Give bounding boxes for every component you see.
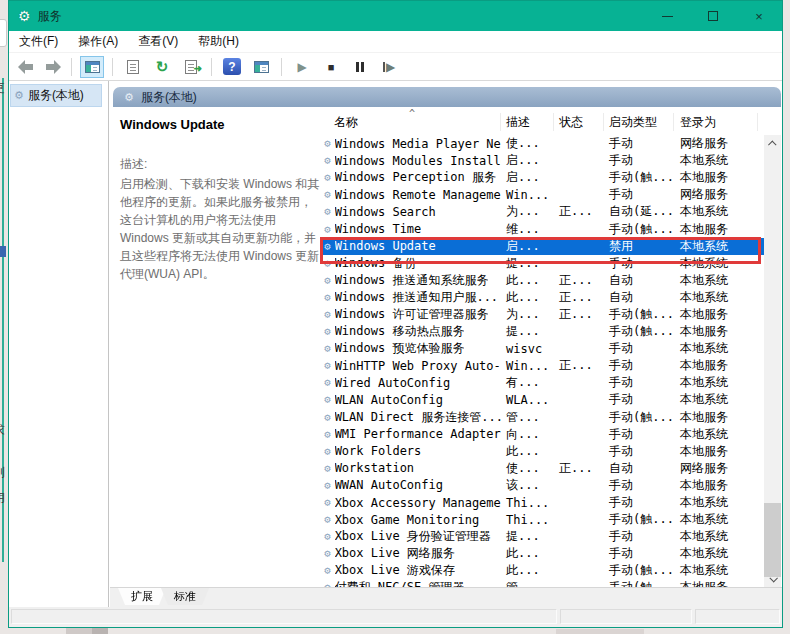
service-name: Xbox Game Monitoring [335, 513, 480, 527]
refresh-button[interactable]: ↻ [150, 56, 174, 78]
tab-standard[interactable]: 标准 [161, 588, 209, 605]
export-list-button[interactable]: ➜ [179, 56, 203, 78]
service-row[interactable]: ⚙ Windows 备份 提... 手动 本地系统 [321, 255, 764, 272]
service-gear-icon: ⚙ [324, 514, 331, 525]
service-startup-type: 手动 [604, 152, 674, 169]
column-header-startup-type[interactable]: 启动类型 [604, 113, 674, 131]
title-bar[interactable]: ⚙ 服务 × [9, 1, 782, 31]
service-row[interactable]: ⚙ WWAN AutoConfig 该... 手动 本地服务 [321, 477, 764, 494]
service-gear-icon: ⚙ [324, 172, 331, 183]
service-description: 启... [501, 152, 554, 169]
tree-item-services-local[interactable]: ⚙ 服务(本地) [10, 84, 102, 107]
service-description: 启... [501, 238, 554, 255]
show-console-tree-button[interactable] [80, 56, 104, 78]
extended-view-button[interactable] [249, 56, 273, 78]
service-row[interactable]: ⚙ Windows 许可证管理器服务 为... 正... 手动(触... 本地服… [321, 306, 764, 323]
maximize-button[interactable] [690, 1, 736, 31]
services-gear-icon: ⚙ [124, 92, 134, 103]
service-logon-as: 本地服务 [674, 306, 758, 323]
service-row[interactable]: ⚙ WMI Performance Adapter 向... 手动 本地系统 [321, 426, 764, 443]
forward-icon[interactable] [44, 61, 61, 73]
service-logon-as: 本地服务 [674, 169, 758, 186]
service-logon-as: 本地服务 [674, 221, 758, 238]
back-icon[interactable] [18, 61, 35, 73]
service-row[interactable]: ⚙ Work Folders 此... 手动 本地服务 [321, 443, 764, 460]
pane-header-band: ⚙ 服务(本地) [113, 87, 781, 107]
pause-service-icon [356, 62, 364, 72]
column-header-logon-as[interactable]: 登录为 [674, 113, 758, 131]
service-startup-type: 自动 [604, 289, 674, 306]
service-row[interactable]: ⚙ Windows Media Player Ne... 使... 手动 网络服… [321, 135, 764, 152]
extended-view-icon [254, 61, 269, 73]
menu-help[interactable]: 帮助(H) [198, 33, 239, 50]
toolbar-separator [112, 58, 113, 76]
service-gear-icon: ⚙ [324, 224, 331, 235]
service-row[interactable]: ⚙ WLAN Direct 服务连接管... 管... 手动(触... 本地服务 [321, 409, 764, 426]
service-name: Xbox Live 网络服务 [335, 545, 455, 562]
service-row[interactable]: ⚙ Xbox Live 游戏保存 此... 手动(触... 本地系统 [321, 562, 764, 579]
service-startup-type: 禁用 [604, 238, 674, 255]
close-button[interactable]: × [736, 1, 782, 31]
minimize-button[interactable] [644, 1, 690, 31]
vertical-scrollbar[interactable] [764, 135, 781, 587]
service-logon-as: 本地系统 [674, 203, 758, 220]
service-row[interactable]: ⚙ Windows Perception 服务 启... 手动(触... 本地服… [321, 169, 764, 186]
service-row[interactable]: ⚙ Workstation 使... 正... 自动 网络服务 [321, 460, 764, 477]
toolbar: ↻ ➜ ? ▶ ■ [9, 53, 782, 81]
service-startup-type: 手动 [604, 135, 674, 152]
services-gear-icon: ⚙ [18, 9, 31, 23]
column-header-description[interactable]: 描述 [501, 113, 554, 131]
column-header-status[interactable]: 状态 [554, 113, 604, 131]
service-description-panel: Windows Update 描述: 启用检测、下载和安装 Windows 和其… [120, 117, 320, 283]
menu-view[interactable]: 查看(V) [138, 33, 178, 50]
menu-file[interactable]: 文件(F) [19, 33, 58, 50]
service-row[interactable]: ⚙ Windows Modules Installer 启... 手动 本地系统 [321, 152, 764, 169]
service-row[interactable]: ⚙ Windows Update 启... 禁用 本地系统 [321, 238, 764, 255]
service-status: 正... [554, 306, 604, 323]
service-row[interactable]: ⚙ WinHTTP Web Proxy Auto-... Win... 正...… [321, 357, 764, 374]
background-window-fragment [0, 19, 7, 47]
service-startup-type: 手动 [604, 443, 674, 460]
service-status: 正... [554, 460, 604, 477]
status-bar-panel [11, 609, 557, 624]
console-tree-panel: ⚙ 服务(本地) [9, 81, 109, 607]
help-button[interactable]: ? [220, 56, 244, 78]
service-logon-as: 本地系统 [674, 272, 758, 289]
service-row[interactable]: ⚙ Windows 移动热点服务 提... 手动(触... 本地服务 [321, 323, 764, 340]
menu-action[interactable]: 操作(A) [78, 33, 118, 50]
service-row[interactable]: ⚙ Windows Time 维... 手动(触... 本地服务 [321, 220, 764, 237]
service-name: Wired AutoConfig [335, 376, 451, 390]
tab-extended[interactable]: 扩展 [118, 588, 166, 605]
service-logon-as: 本地服务 [674, 409, 758, 426]
scroll-up-button[interactable] [764, 135, 781, 152]
scroll-down-button[interactable] [764, 570, 781, 587]
service-row[interactable]: ⚙ Windows 预览体验服务 wisvc 手动 本地系统 [321, 340, 764, 357]
service-startup-type: 手动(触... [604, 221, 674, 238]
service-description: 使... [501, 135, 554, 152]
service-row[interactable]: ⚙ Windows Remote Manageme... Win... 手动 网… [321, 186, 764, 203]
service-gear-icon: ⚙ [324, 497, 331, 508]
service-gear-icon: ⚙ [324, 241, 331, 252]
service-row[interactable]: ⚙ Xbox Live 网络服务 此... 手动 本地系统 [321, 545, 764, 562]
stop-service-button[interactable]: ■ [319, 56, 343, 78]
background-text-fragment: 到 [0, 464, 7, 478]
service-name: Windows 移动热点服务 [335, 323, 465, 340]
restart-service-button[interactable]: ▶ [377, 56, 401, 78]
service-row[interactable]: ⚙ Windows 推送通知系统服务 此... 正... 自动 本地系统 [321, 272, 764, 289]
service-row[interactable]: ⚙ Xbox Live 身份验证管理器 提... 手动 本地系统 [321, 528, 764, 545]
service-row[interactable]: ⚙ 付费和 NFC/SE 管理器 管... 手动(触... 本地服务 [321, 579, 764, 587]
pause-service-button[interactable] [348, 56, 372, 78]
service-name: Windows 推送通知用户服... [335, 289, 498, 306]
service-row[interactable]: ⚙ Xbox Game Monitoring Thi... 手动(触... 本地… [321, 511, 764, 528]
scrollbar-thumb[interactable] [764, 503, 781, 577]
service-row[interactable]: ⚙ WLAN AutoConfig WLA... 手动 本地系统 [321, 391, 764, 408]
service-description: 维... [501, 221, 554, 238]
service-logon-as: 本地系统 [674, 340, 758, 357]
service-row[interactable]: ⚙ Wired AutoConfig 有... 手动 本地系统 [321, 374, 764, 391]
service-row[interactable]: ⚙ Xbox Accessory Manageme... Thi... 手动 本… [321, 494, 764, 511]
service-startup-type: 手动(触... [604, 511, 674, 528]
start-service-button[interactable]: ▶ [290, 56, 314, 78]
service-row[interactable]: ⚙ Windows Search 为... 正... 自动(延... 本地系统 [321, 203, 764, 220]
properties-button[interactable] [121, 56, 145, 78]
service-row[interactable]: ⚙ Windows 推送通知用户服... 此... 正... 自动 本地系统 [321, 289, 764, 306]
